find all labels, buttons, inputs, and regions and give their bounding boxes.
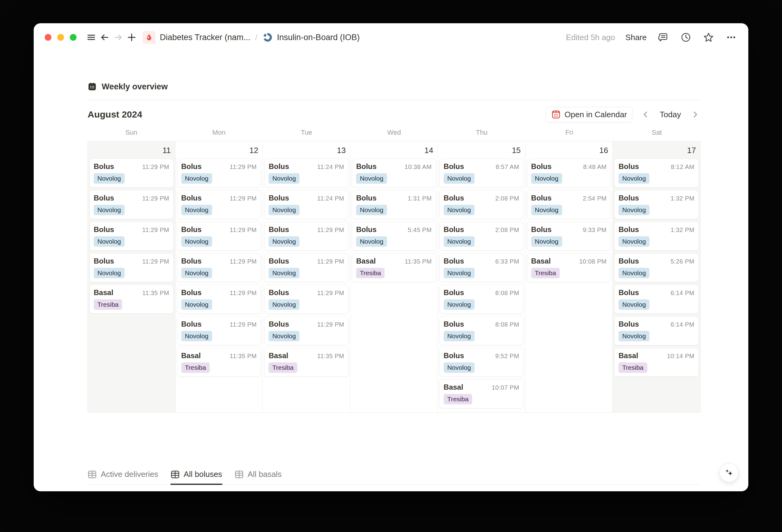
event-card[interactable]: Bolus2:54 PMNovolog xyxy=(527,190,611,219)
event-card[interactable]: Bolus11:29 PMNovolog xyxy=(177,316,261,345)
event-card[interactable]: Bolus6:14 PMNovolog xyxy=(614,316,699,345)
next-week-icon[interactable] xyxy=(689,109,701,120)
event-time: 11:29 PM xyxy=(317,321,344,328)
edited-timestamp: Edited 5h ago xyxy=(566,33,615,42)
event-card[interactable]: Bolus6:14 PMNovolog xyxy=(614,285,699,314)
event-tags: Novolog xyxy=(531,236,607,247)
tab-all-boluses[interactable]: All boluses xyxy=(171,469,222,485)
new-page-icon[interactable] xyxy=(125,31,138,44)
event-card[interactable]: Basal11:35 PMTresiba xyxy=(352,253,436,282)
event-card[interactable]: Bolus11:29 PMNovolog xyxy=(90,222,174,251)
forward-icon[interactable] xyxy=(111,31,125,44)
sidebar-menu-icon[interactable] xyxy=(84,31,98,44)
day-number[interactable]: 13 xyxy=(263,141,350,158)
event-card[interactable]: Basal11:35 PMTresiba xyxy=(177,348,261,377)
event-header: Basal11:35 PM xyxy=(94,288,169,297)
event-card[interactable]: Bolus11:29 PMNovolog xyxy=(177,190,261,219)
tab-label: All basals xyxy=(248,469,282,479)
event-time: 9:52 PM xyxy=(495,353,519,360)
ai-assistant-button[interactable] xyxy=(719,463,739,482)
event-card[interactable]: Bolus9:33 PMNovolog xyxy=(527,222,611,251)
event-card[interactable]: Basal11:35 PMTresiba xyxy=(264,348,349,377)
event-time: 11:29 PM xyxy=(142,258,169,265)
event-card[interactable]: Bolus1:32 PMNovolog xyxy=(614,222,699,251)
event-card[interactable]: Bolus5:45 PMNovolog xyxy=(352,222,436,251)
event-card[interactable]: Bolus5:26 PMNovolog xyxy=(614,253,699,282)
day-number[interactable]: 11 xyxy=(88,141,175,158)
event-header: Bolus6:14 PM xyxy=(618,320,695,328)
event-title: Basal xyxy=(444,383,463,391)
event-card[interactable]: Bolus6:33 PMNovolog xyxy=(439,253,524,282)
event-tag: Novolog xyxy=(618,331,649,341)
event-card[interactable]: Bolus11:29 PMNovolog xyxy=(90,158,174,188)
event-card[interactable]: Bolus8:08 PMNovolog xyxy=(439,316,524,345)
event-card[interactable]: Bolus8:57 AMNovolog xyxy=(439,158,524,188)
event-card[interactable]: Bolus2:08 PMNovolog xyxy=(439,190,524,219)
history-clock-icon[interactable] xyxy=(680,31,692,43)
share-button[interactable]: Share xyxy=(626,33,647,42)
event-time: 10:08 PM xyxy=(579,258,607,265)
event-header: Bolus1:31 PM xyxy=(356,194,432,202)
event-card[interactable]: Bolus2:08 PMNovolog xyxy=(439,222,524,251)
day-column: 15Bolus8:57 AMNovologBolus2:08 PMNovolog… xyxy=(438,141,525,412)
event-card[interactable]: Bolus11:29 PMNovolog xyxy=(177,158,261,188)
event-card[interactable]: Bolus11:29 PMNovolog xyxy=(177,222,261,251)
minimize-window-button[interactable] xyxy=(57,34,64,41)
event-card[interactable]: Bolus10:38 AMNovolog xyxy=(352,158,436,188)
back-icon[interactable] xyxy=(98,31,111,44)
event-tag: Novolog xyxy=(181,236,212,247)
tab-all-basals[interactable]: All basals xyxy=(235,469,282,485)
day-number[interactable]: 16 xyxy=(525,141,613,158)
event-title: Bolus xyxy=(618,194,639,202)
event-card[interactable]: Bolus1:31 PMNovolog xyxy=(352,190,436,219)
favorite-star-icon[interactable] xyxy=(702,31,715,43)
event-card[interactable]: Bolus1:32 PMNovolog xyxy=(614,190,699,219)
event-time: 11:29 PM xyxy=(142,195,169,202)
event-card[interactable]: Bolus11:29 PMNovolog xyxy=(177,253,261,282)
event-title: Bolus xyxy=(531,162,552,171)
event-card[interactable]: Bolus11:29 PMNovolog xyxy=(90,253,174,282)
event-card[interactable]: Bolus8:48 AMNovolog xyxy=(527,158,611,188)
day-number[interactable]: 14 xyxy=(350,141,437,158)
event-card[interactable]: Bolus11:29 PMNovolog xyxy=(90,190,174,219)
day-number[interactable]: 12 xyxy=(175,141,263,158)
event-card[interactable]: Bolus11:29 PMNovolog xyxy=(264,253,349,282)
event-tags: Novolog xyxy=(181,205,257,215)
event-card[interactable]: Basal10:08 PMTresiba xyxy=(527,253,611,282)
event-card[interactable]: Bolus11:29 PMNovolog xyxy=(177,285,261,314)
event-tag: Novolog xyxy=(531,236,562,247)
day-number[interactable]: 15 xyxy=(438,141,525,158)
breadcrumb-page[interactable]: Insulin-on-Board (IOB) xyxy=(277,33,360,42)
event-card[interactable]: Bolus11:29 PMNovolog xyxy=(264,316,349,345)
event-card[interactable]: Bolus11:24 PMNovolog xyxy=(264,158,349,188)
event-card[interactable]: Basal10:14 PMTresiba xyxy=(614,348,699,377)
event-card[interactable]: Basal10:07 PMTresiba xyxy=(439,379,524,408)
event-card[interactable]: Bolus8:12 AMNovolog xyxy=(614,158,699,188)
prev-week-icon[interactable] xyxy=(640,109,651,120)
event-card[interactable]: Bolus11:29 PMNovolog xyxy=(264,222,349,251)
event-tags: Novolog xyxy=(181,236,257,247)
event-time: 11:24 PM xyxy=(317,164,344,171)
tab-active-deliveries[interactable]: Active deliveries xyxy=(87,469,158,485)
event-tags: Novolog xyxy=(356,236,432,247)
section-title[interactable]: Weekly overview xyxy=(102,82,168,92)
event-card[interactable]: Basal11:35 PMTresiba xyxy=(90,285,174,314)
more-options-icon[interactable] xyxy=(725,31,737,43)
day-number[interactable]: 17 xyxy=(613,141,700,158)
event-tags: Novolog xyxy=(269,268,344,278)
event-card[interactable]: Bolus9:52 PMNovolog xyxy=(439,348,524,377)
close-window-button[interactable] xyxy=(45,34,51,41)
event-tags: Novolog xyxy=(444,173,519,184)
zoom-window-button[interactable] xyxy=(70,34,76,41)
event-card[interactable]: Bolus8:08 PMNovolog xyxy=(439,285,524,314)
today-button[interactable]: Today xyxy=(659,110,682,119)
open-in-calendar-button[interactable]: 21 Open in Calendar xyxy=(546,107,633,122)
event-card[interactable]: Bolus11:29 PMNovolog xyxy=(264,285,349,314)
event-time: 11:35 PM xyxy=(317,353,344,360)
event-tags: Novolog xyxy=(181,299,257,310)
event-tags: Novolog xyxy=(618,331,695,341)
comments-icon[interactable] xyxy=(657,31,669,43)
event-header: Bolus6:14 PM xyxy=(618,288,695,297)
breadcrumb-workspace[interactable]: Diabetes Tracker (nam... xyxy=(160,33,250,42)
event-card[interactable]: Bolus11:24 PMNovolog xyxy=(264,190,349,219)
